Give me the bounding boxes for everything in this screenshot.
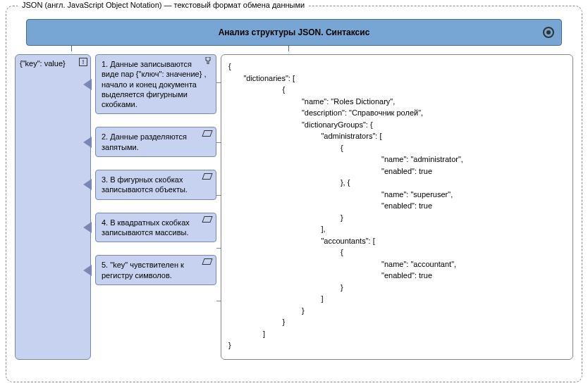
arrow-left-icon [83,265,91,275]
parallelogram-icon [202,216,212,223]
notes-column: 1. Данные записываются виде пар {"ключ":… [95,54,216,360]
connector-r3 [216,195,221,196]
note-text: 3. В фигурных скобках записываются объек… [102,175,188,194]
json-code: { "dictionaries": [ { "name": "Roles Dic… [228,62,463,349]
note-text: 5. "key" чувствителен к регистру символо… [102,261,184,279]
arrow-left-icon [83,180,91,189]
header-bar: Анализ структуры JSON. Синтаксис [26,19,562,46]
arrow-left-icon [83,223,91,232]
note-text: 4. В квадратных скобках записываются мас… [102,218,190,237]
parallelogram-icon [202,258,212,265]
arrow-left-icon [83,80,91,89]
pin-icon [204,57,212,64]
connector-r4 [216,248,221,249]
parallelogram-icon [202,130,212,137]
connector-r5 [216,301,221,301]
exclamation-icon: ! [79,58,87,66]
json-code-panel: { "dictionaries": [ { "name": "Roles Dic… [221,54,573,360]
frame-title: JSON (англ. JavaScript Object Notation) … [18,1,309,9]
header-title: Анализ структуры JSON. Синтаксис [219,27,370,37]
diagram-frame: JSON (англ. JavaScript Object Notation) … [6,6,582,382]
parallelogram-icon [202,173,212,180]
arrow-left-icon [83,137,91,147]
note-text: 1. Данные записываются виде пар {"ключ":… [102,60,206,108]
connector-r1 [216,82,221,83]
note-1: 1. Данные записываются виде пар {"ключ":… [95,54,216,114]
key-value-label: {"key": value} [20,59,66,68]
note-5: 5. "key" чувствителен к регистру символо… [95,255,216,285]
connector-r2 [216,142,221,143]
note-text: 2. Данные разделяются запятыми. [102,132,187,151]
content-row: {"key": value} ! 1. Данные записываются … [15,54,573,360]
key-value-block: {"key": value} ! [15,54,91,360]
note-2: 2. Данные разделяются запятыми. [95,127,216,157]
note-3: 3. В фигурных скобках записываются объек… [95,170,216,200]
target-icon [543,27,554,38]
note-4: 4. В квадратных скобках записываются мас… [95,213,216,243]
